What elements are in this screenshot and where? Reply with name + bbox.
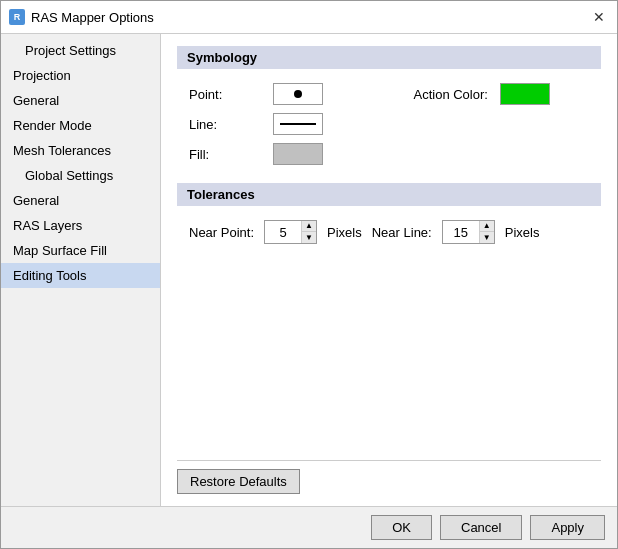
near-point-unit: Pixels: [327, 225, 362, 240]
point-dot: [294, 90, 302, 98]
near-line-label: Near Line:: [372, 225, 432, 240]
near-point-up-button[interactable]: ▲: [302, 221, 316, 232]
sidebar-item-map-surface-fill[interactable]: Map Surface Fill: [1, 238, 160, 263]
window-title: RAS Mapper Options: [31, 10, 589, 25]
apply-button[interactable]: Apply: [530, 515, 605, 540]
line-indicator: [280, 123, 316, 125]
fill-swatch[interactable]: [273, 143, 323, 165]
near-line-input[interactable]: [443, 224, 479, 241]
point-swatch[interactable]: [273, 83, 323, 105]
line-label: Line:: [189, 117, 261, 132]
sidebar-item-projection[interactable]: Projection: [1, 63, 160, 88]
action-color-label: Action Color:: [374, 87, 488, 102]
close-button[interactable]: ✕: [589, 7, 609, 27]
sidebar-item-global-settings[interactable]: Global Settings: [1, 163, 160, 188]
near-line-spin-buttons: ▲ ▼: [479, 221, 494, 243]
cancel-button[interactable]: Cancel: [440, 515, 522, 540]
symbology-grid: Point: Action Color: Line: Fill:: [177, 79, 601, 177]
title-bar: R RAS Mapper Options ✕: [1, 1, 617, 34]
near-point-input[interactable]: [265, 224, 301, 241]
main-window: R RAS Mapper Options ✕ Project Settings …: [0, 0, 618, 549]
sidebar-item-render-mode[interactable]: Render Mode: [1, 113, 160, 138]
near-point-spinner[interactable]: ▲ ▼: [264, 220, 317, 244]
bottom-panel: OK Cancel Apply: [1, 506, 617, 548]
restore-defaults-button[interactable]: Restore Defaults: [177, 469, 300, 494]
tolerances-grid: Near Point: ▲ ▼ Pixels Near Line: ▲: [177, 216, 601, 256]
near-point-down-button[interactable]: ▼: [302, 232, 316, 243]
sidebar: Project Settings Projection General Rend…: [1, 34, 161, 506]
sidebar-item-project-settings[interactable]: Project Settings: [1, 38, 160, 63]
near-line-spinner[interactable]: ▲ ▼: [442, 220, 495, 244]
sidebar-item-editing-tools[interactable]: Editing Tools: [1, 263, 160, 288]
near-line-down-button[interactable]: ▼: [480, 232, 494, 243]
sidebar-item-general-2[interactable]: General: [1, 188, 160, 213]
sidebar-item-ras-layers[interactable]: RAS Layers: [1, 213, 160, 238]
ok-button[interactable]: OK: [371, 515, 432, 540]
app-icon: R: [9, 9, 25, 25]
sidebar-item-general-1[interactable]: General: [1, 88, 160, 113]
near-point-spin-buttons: ▲ ▼: [301, 221, 316, 243]
near-point-label: Near Point:: [189, 225, 254, 240]
symbology-header: Symbology: [177, 46, 601, 69]
main-inner: Symbology Point: Action Color: Line:: [177, 46, 601, 460]
line-swatch[interactable]: [273, 113, 323, 135]
point-label: Point:: [189, 87, 261, 102]
fill-label: Fill:: [189, 147, 261, 162]
near-line-up-button[interactable]: ▲: [480, 221, 494, 232]
main-panel: Symbology Point: Action Color: Line:: [161, 34, 617, 506]
tolerances-header: Tolerances: [177, 183, 601, 206]
content-area: Project Settings Projection General Rend…: [1, 34, 617, 506]
sidebar-item-mesh-tolerances[interactable]: Mesh Tolerances: [1, 138, 160, 163]
near-line-unit: Pixels: [505, 225, 540, 240]
action-color-swatch[interactable]: [500, 83, 550, 105]
